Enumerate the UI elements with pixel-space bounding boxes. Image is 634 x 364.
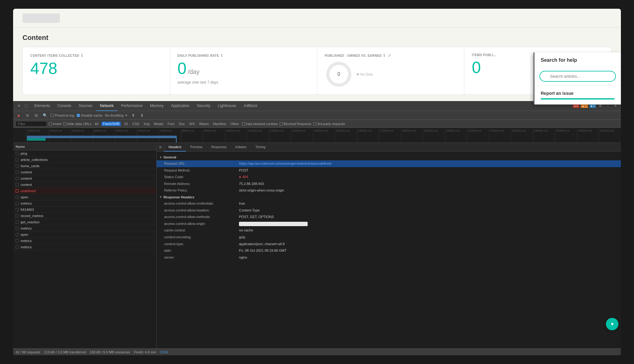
filter-manifest[interactable]: Manifest — [212, 122, 227, 126]
detail-close-btn[interactable]: ✕ — [157, 143, 164, 152]
tab-network[interactable]: Network — [96, 101, 117, 111]
blocked-requests-checkbox[interactable]: Blocked Requests — [280, 122, 311, 126]
request-item-metrics-2[interactable]: metrics — [13, 225, 156, 231]
access-control-credentials-row: access-control-allow-credentials: true — [157, 200, 621, 207]
help-report-title: Report an issue — [541, 91, 615, 96]
detail-tab-preview[interactable]: Preview — [186, 143, 207, 152]
tab-sources[interactable]: Sources — [75, 101, 96, 111]
general-section-header[interactable]: ▼ General — [157, 154, 621, 160]
tick-26: 270000 ms — [599, 129, 621, 143]
content-cards: CONTENT ITEMS COLLECTED ℹ 478 DAILY PUBL… — [22, 47, 612, 95]
request-list: Name ping article_collections home_cards — [13, 143, 157, 348]
filter-ws[interactable]: WS — [188, 122, 196, 126]
request-list-header: Name — [13, 143, 156, 150]
clear-btn[interactable]: ⊘ — [24, 112, 31, 119]
response-headers-section-header[interactable]: ▼ Response Headers — [157, 194, 621, 200]
devtools-statusbar: 41 / 90 requests 119 kB / 2.0 MB transfe… — [13, 348, 621, 355]
devtools-inspect-btn[interactable]: ⬚ — [23, 103, 29, 109]
detail-tab-headers[interactable]: Headers — [164, 143, 186, 152]
tab-performance[interactable]: Performance — [117, 101, 146, 111]
request-item-content-3[interactable]: content — [13, 182, 156, 188]
filter-btn[interactable]: ⊟ — [33, 112, 39, 119]
search-btn[interactable]: 🔍 — [42, 112, 48, 119]
redacted-value — [239, 222, 308, 226]
date-row: date: Fri, 08 Oct 2021 09:19:06 GMT — [157, 247, 621, 254]
help-search-input[interactable] — [539, 71, 616, 82]
request-item-article-collections[interactable]: article_collections — [13, 157, 156, 163]
request-item-get-reaction[interactable]: get_reaction — [13, 219, 156, 225]
request-item-5414663[interactable]: 5414663 — [13, 206, 156, 213]
devtools-close-btn[interactable]: ✕ — [16, 103, 22, 109]
request-checkbox-get-reaction — [16, 221, 19, 224]
request-checkbox-5414663 — [16, 208, 19, 211]
waterfall-bar-main — [27, 136, 177, 138]
tick-19: 200000 ms — [445, 129, 467, 143]
tick-13: 140000 ms — [313, 129, 335, 143]
filter-input[interactable] — [16, 121, 47, 127]
remote-address-row: Remote Address: 75.2.88.188:443 — [157, 181, 621, 187]
dom-link[interactable]: DOM — [160, 350, 168, 354]
throttling-dropdown-icon: ▼ — [125, 114, 128, 117]
request-item-undefined[interactable]: undefined — [13, 188, 156, 194]
metric-sub-1: average over last 7 days — [178, 80, 310, 85]
preserve-log-item[interactable]: Preserve log — [51, 114, 74, 117]
throttling-item[interactable]: No throttling ▼ — [105, 114, 128, 117]
tab-security[interactable]: Security — [193, 101, 214, 111]
disable-cache-item[interactable]: Disable cache — [77, 114, 103, 117]
filter-css[interactable]: CSS — [131, 122, 141, 126]
metric-label-0: CONTENT ITEMS COLLECTED ℹ — [30, 53, 162, 58]
filter-wasm[interactable]: Wasm — [198, 122, 210, 126]
request-checkbox-open-1 — [16, 196, 19, 199]
filter-img[interactable]: Img — [143, 122, 151, 126]
hide-data-urls-checkbox[interactable]: Hide data URLs — [63, 122, 92, 126]
filter-doc[interactable]: Doc — [178, 122, 186, 126]
import-btn[interactable]: ⬆ — [130, 112, 136, 119]
request-item-open-2[interactable]: open — [13, 231, 156, 238]
request-item-ping[interactable]: ping — [13, 150, 156, 157]
metric-card-2: PUBLISHED - OWNED VS. EARNED ℹ ⤢ 0 No Da… — [317, 47, 465, 95]
request-item-content-2[interactable]: content — [13, 175, 156, 182]
tick-20: 210000 ms — [467, 129, 489, 143]
referrer-policy-row: Referrer Policy: strict-origin-when-cros… — [157, 187, 621, 194]
request-item-metrics-3[interactable]: metrics — [13, 238, 156, 244]
filter-media[interactable]: Media — [153, 122, 164, 126]
third-party-checkbox[interactable]: 3rd-party requests — [313, 122, 345, 126]
request-detail: ✕ Headers Preview Response Initiator Tim… — [157, 143, 621, 348]
tab-elements[interactable]: Elements — [31, 101, 54, 111]
request-item-metrics-4[interactable]: metrics — [13, 244, 156, 250]
request-item-open-1[interactable]: open — [13, 194, 156, 200]
detail-tab-initiator[interactable]: Initiator — [231, 143, 251, 152]
request-item-home-cards[interactable]: home_cards — [13, 163, 156, 169]
detail-tab-response[interactable]: Response — [207, 143, 231, 152]
invert-checkbox[interactable]: Invert — [49, 122, 61, 126]
content-type-row: content-type: application/json; charset=… — [157, 241, 621, 248]
request-checkbox-record-metrics — [16, 214, 19, 217]
export-btn[interactable]: ⬇ — [139, 112, 145, 119]
tab-lighthouse[interactable]: Lighthouse — [214, 101, 240, 111]
browser-window: Content CONTENT ITEMS COLLECTED ℹ 478 DA… — [13, 9, 621, 355]
detail-tab-timing[interactable]: Timing — [251, 143, 270, 152]
filter-font[interactable]: Font — [166, 122, 176, 126]
metric-label-2: PUBLISHED - OWNED VS. EARNED ℹ ⤢ — [325, 53, 457, 58]
request-item-record-metrics[interactable]: record_metrics — [13, 213, 156, 219]
request-checkbox-metrics-3 — [16, 239, 19, 242]
request-item-content-1[interactable]: content — [13, 169, 156, 175]
tab-adblock[interactable]: AdBlock — [240, 101, 261, 111]
cache-control-row: cache-control: no-cache — [157, 227, 621, 234]
has-blocked-cookies-checkbox[interactable]: Has blocked cookies — [242, 122, 278, 126]
scroll-down-button[interactable]: ▾ — [606, 318, 618, 330]
resources-size: 168 kB / 5.0 MB resources — [90, 350, 130, 354]
tab-application[interactable]: Application — [167, 101, 193, 111]
filter-js[interactable]: JS — [123, 122, 129, 126]
tab-memory[interactable]: Memory — [146, 101, 167, 111]
info-icon-0: ℹ — [81, 53, 83, 58]
tab-console[interactable]: Console — [54, 101, 75, 111]
request-checkbox-metrics-1 — [16, 202, 19, 205]
tick-10: 110000 ms — [247, 129, 269, 143]
record-btn[interactable]: ● — [16, 112, 22, 119]
filter-fetch-xhr[interactable]: Fetch/XHR — [101, 122, 121, 126]
request-item-metrics-1[interactable]: metrics — [13, 200, 156, 206]
devtools-tabs: Elements Console Sources Network Perform… — [31, 101, 572, 111]
filter-other[interactable]: Other — [229, 122, 241, 126]
filter-all[interactable]: All — [93, 122, 100, 126]
